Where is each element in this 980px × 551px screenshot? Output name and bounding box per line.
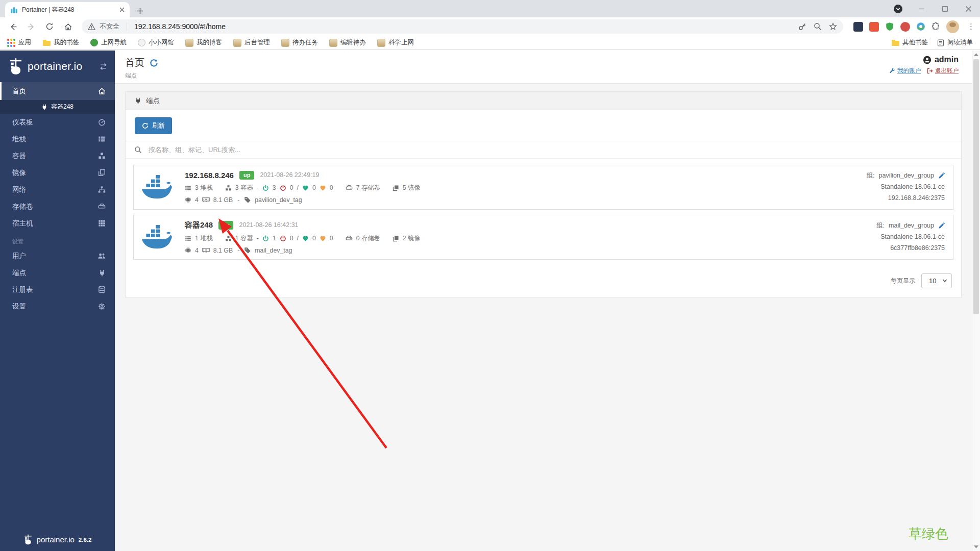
stat-volumes: 7 存储卷 xyxy=(356,184,380,192)
home-icon[interactable] xyxy=(60,19,76,34)
bookmark-folder-my[interactable]: 我的书签 xyxy=(42,38,79,47)
sidebar-item-volumes[interactable]: 存储卷 xyxy=(0,198,115,215)
status-badge: up xyxy=(239,171,254,180)
extension-icon-red[interactable] xyxy=(900,22,910,32)
browser-tab-strip: Portainer | 容器248 xyxy=(0,0,980,17)
window-close-button[interactable] xyxy=(957,0,980,17)
profile-avatar[interactable] xyxy=(946,20,959,33)
chrome-menu-icon[interactable]: ⋮ xyxy=(967,22,975,31)
bookmark-other-folder[interactable]: 其他书签 xyxy=(891,38,928,47)
my-account-link[interactable]: 我的账户 xyxy=(889,67,921,74)
bookmark-todo[interactable]: 待办任务 xyxy=(281,38,318,47)
forward-icon[interactable] xyxy=(23,19,39,34)
browser-tab[interactable]: Portainer | 容器248 xyxy=(5,2,130,17)
page-scrollbar[interactable] xyxy=(972,51,980,551)
refresh-button[interactable]: 刷新 xyxy=(135,117,172,134)
address-bar[interactable]: 不安全 192.168.8.245:9000/#!/home xyxy=(82,19,843,34)
endpoint-tag: mail_dev_tag xyxy=(255,247,292,254)
sidebar-endpoint-banner[interactable]: 容器248 xyxy=(0,100,115,114)
registries-icon xyxy=(98,286,106,293)
stat-running: 1 xyxy=(273,235,276,242)
sidebar-item-stacks[interactable]: 堆栈 xyxy=(0,131,115,147)
tag-icon xyxy=(244,247,251,254)
edit-pencil-icon[interactable] xyxy=(938,222,945,229)
bookmark-star-icon[interactable] xyxy=(829,22,837,31)
sidebar-logo[interactable]: portainer.io xyxy=(0,51,115,82)
extension-icon-dark[interactable] xyxy=(853,22,863,32)
sidebar-footer: portainer.io 2.6.2 xyxy=(0,534,115,545)
pagination-footer: 每页显示 10 xyxy=(126,266,961,297)
bookmark-blog[interactable]: 我的博客 xyxy=(185,38,222,47)
stat-stopped: 0 xyxy=(290,235,293,242)
edit-pencil-icon[interactable] xyxy=(938,172,945,179)
sidebar-item-images[interactable]: 镜像 xyxy=(0,164,115,181)
extension-globe-icon[interactable] xyxy=(916,22,925,31)
security-warning-icon[interactable] xyxy=(88,23,95,31)
bookmark-proxy[interactable]: 科学上网 xyxy=(377,38,414,47)
logout-link[interactable]: 退出账户 xyxy=(927,67,959,74)
chevron-down-icon xyxy=(942,278,947,283)
reload-icon[interactable] xyxy=(42,19,57,34)
stat-stacks: 3 堆栈 xyxy=(195,184,213,192)
tag-icon xyxy=(244,196,251,204)
bookmark-site[interactable]: 小小网馆 xyxy=(138,38,174,47)
bookmark-edit-todo[interactable]: 编辑待办 xyxy=(329,38,366,47)
plug-icon xyxy=(41,104,47,110)
tab-close-icon[interactable] xyxy=(119,7,125,12)
sidebar-item-endpoints[interactable]: 端点 xyxy=(0,264,115,281)
url-text[interactable]: 192.168.8.245:9000/#!/home xyxy=(134,22,226,31)
extension-icon-fehelper[interactable] xyxy=(869,22,879,32)
power-on-icon xyxy=(262,235,269,242)
footer-version: 2.6.2 xyxy=(79,537,92,543)
sidebar-item-registries[interactable]: 注册表 xyxy=(0,281,115,298)
bookmark-apps[interactable]: 应用 xyxy=(7,38,31,47)
search-input[interactable] xyxy=(148,145,952,154)
sidebar-item-containers[interactable]: 容器 xyxy=(0,147,115,164)
scroll-up-icon[interactable] xyxy=(972,51,980,59)
endpoint-row[interactable]: 容器248 up 2021-08-26 16:42:31 1 堆栈 1 容器 -… xyxy=(133,215,953,260)
extensions-puzzle-icon[interactable] xyxy=(932,22,940,31)
cpu-icon xyxy=(185,247,191,254)
folder-icon xyxy=(891,39,899,46)
sidebar-item-users[interactable]: 用户 xyxy=(0,247,115,264)
stat-unhealthy: 0 xyxy=(330,235,333,242)
endpoint-name[interactable]: 192.168.8.246 xyxy=(185,171,234,180)
portainer-favicon xyxy=(10,6,18,14)
extension-shield-icon[interactable] xyxy=(885,22,894,31)
sidebar-item-home[interactable]: 首页 xyxy=(0,82,115,100)
bookmark-admin[interactable]: 后台管理 xyxy=(233,38,270,47)
sidebar-toggle-icon[interactable] xyxy=(99,62,108,71)
portainer-logo-icon xyxy=(23,534,33,545)
sidebar-item-networks[interactable]: 网络 xyxy=(0,181,115,198)
stat-images: 5 镜像 xyxy=(403,184,421,192)
users-icon xyxy=(97,252,106,260)
plug-icon xyxy=(135,97,141,104)
images-icon xyxy=(393,185,399,191)
new-tab-button[interactable] xyxy=(137,8,143,14)
main-content: 首页 端点 admin 我的账户 xyxy=(115,51,972,551)
reading-list[interactable]: 阅读清单 xyxy=(937,38,973,47)
browser-toolbar: 不安全 192.168.8.245:9000/#!/home xyxy=(0,17,980,36)
stat-stacks: 1 堆栈 xyxy=(195,234,213,243)
page-header: 首页 端点 admin 我的账户 xyxy=(115,51,972,84)
endpoint-engine: Standalone 18.06.1-ce xyxy=(867,182,945,193)
endpoint-row[interactable]: 192.168.8.246 up 2021-08-26 22:49:19 3 堆… xyxy=(133,165,953,210)
zoom-magnifier-icon[interactable] xyxy=(814,22,822,31)
per-page-select[interactable]: 10 xyxy=(921,273,952,288)
scrollbar-thumb[interactable] xyxy=(973,59,979,314)
back-icon[interactable] xyxy=(5,19,20,34)
photo-favicon xyxy=(233,39,241,47)
window-maximize-button[interactable] xyxy=(933,0,957,17)
endpoint-name[interactable]: 容器248 xyxy=(185,220,213,230)
scroll-down-icon[interactable] xyxy=(972,543,980,551)
sidebar-item-settings[interactable]: 设置 xyxy=(0,298,115,315)
password-key-icon[interactable] xyxy=(798,22,806,31)
sidebar-item-host[interactable]: 宿主机 xyxy=(0,215,115,232)
tab-search-icon[interactable] xyxy=(894,5,902,13)
security-label[interactable]: 不安全 xyxy=(100,22,119,31)
docker-whale-icon xyxy=(141,175,173,199)
page-refresh-icon[interactable] xyxy=(150,59,158,67)
sidebar-item-dashboard[interactable]: 仪表板 xyxy=(0,114,115,131)
bookmark-nav[interactable]: 上网导航 xyxy=(90,38,127,47)
window-minimize-button[interactable] xyxy=(910,0,933,17)
